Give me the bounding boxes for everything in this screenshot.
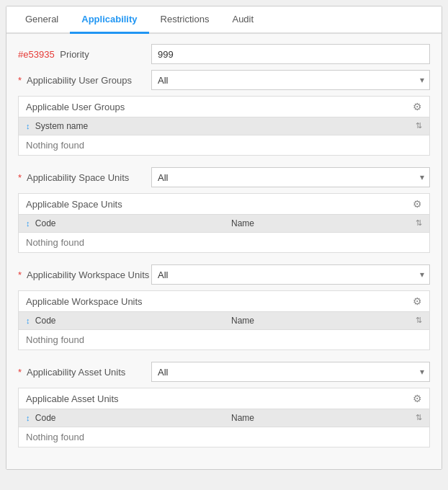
au-required-star: * — [18, 367, 22, 378]
space-units-col-name[interactable]: Name ⇅ — [224, 215, 429, 233]
space-units-sort-icon: ↕ — [26, 219, 30, 228]
asset-units-table: ↕ Code Name ⇅ Nothing found — [19, 409, 429, 447]
user-groups-section: * Applicability User Groups All ▾ Applic… — [18, 70, 430, 156]
asset-units-col-code[interactable]: ↕ Code — [19, 409, 224, 427]
asset-units-gear-icon[interactable]: ⚙ — [413, 393, 422, 404]
ug-required-star: * — [18, 75, 22, 86]
space-units-select-label: * Applicability Space Units — [18, 172, 151, 183]
main-container: General Applicability Restrictions Audit… — [6, 6, 442, 470]
asset-units-empty-row: Nothing found — [19, 427, 429, 447]
space-units-gear-icon[interactable]: ⚙ — [413, 198, 422, 210]
priority-row: #e53935 Priority — [18, 44, 430, 64]
workspace-units-table-head-row: ↕ Code Name ⇅ — [19, 312, 429, 330]
asset-units-table-label: Applicable Asset Units — [26, 393, 413, 404]
user-groups-table: ↕ System name ⇅ Nothing found — [19, 117, 429, 155]
workspace-units-empty-row: Nothing found — [19, 330, 429, 350]
workspace-units-section: * Applicability Workspace Units All ▾ Ap… — [18, 264, 430, 350]
user-groups-table-head-row: ↕ System name ⇅ — [19, 117, 429, 135]
tab-general[interactable]: General — [14, 6, 70, 34]
user-groups-select-row: * Applicability User Groups All ▾ — [18, 70, 430, 90]
user-groups-select-label: * Applicability User Groups — [18, 75, 151, 86]
user-groups-table-label: Applicable User Groups — [26, 102, 413, 112]
asset-units-table-block: Applicable Asset Units ⚙ ↕ Code Name ⇅ — [18, 388, 430, 447]
workspace-units-sort-icon: ↕ — [26, 316, 30, 325]
tab-content: #e53935 Priority * Applicability User Gr… — [6, 34, 442, 469]
space-units-section: * Applicability Space Units All ▾ Applic… — [18, 167, 430, 253]
space-units-table-head-row: ↕ Code Name ⇅ — [19, 215, 429, 233]
space-units-select[interactable]: All — [151, 167, 430, 187]
user-groups-gear-icon[interactable]: ⚙ — [413, 101, 422, 112]
workspace-units-col-name[interactable]: Name ⇅ — [224, 312, 429, 330]
asset-units-table-header-row: Applicable Asset Units ⚙ — [19, 388, 429, 409]
wu-required-star: * — [18, 270, 22, 280]
user-groups-sort-right-icon: ⇅ — [416, 121, 422, 130]
user-groups-sort-icon: ↕ — [26, 122, 30, 130]
user-groups-select[interactable]: All — [151, 70, 430, 90]
workspace-units-select-row: * Applicability Workspace Units All ▾ — [18, 264, 430, 285]
workspace-units-gear-icon[interactable]: ⚙ — [413, 295, 422, 307]
space-units-table: ↕ Code Name ⇅ Nothing found — [19, 215, 429, 252]
space-units-table-block: Applicable Space Units ⚙ ↕ Code Name ⇅ — [18, 193, 430, 253]
asset-units-select-row: * Applicability Asset Units All ▾ — [18, 362, 430, 382]
asset-units-col-name[interactable]: Name ⇅ — [224, 409, 429, 427]
space-units-select-row: * Applicability Space Units All ▾ — [18, 167, 430, 187]
space-units-col-code[interactable]: ↕ Code — [19, 215, 224, 233]
priority-input[interactable] — [151, 44, 430, 64]
user-groups-select-wrapper: All ▾ — [151, 70, 430, 90]
workspace-units-select-label: * Applicability Workspace Units — [18, 270, 151, 280]
priority-required-star: #e53935 — [18, 49, 55, 60]
tabs-bar: General Applicability Restrictions Audit — [6, 6, 442, 34]
tab-restrictions[interactable]: Restrictions — [149, 6, 221, 34]
workspace-units-table-block: Applicable Workspace Units ⚙ ↕ Code Name — [18, 290, 430, 350]
space-units-empty-row: Nothing found — [19, 233, 429, 253]
asset-units-select-label: * Applicability Asset Units — [18, 367, 151, 378]
user-groups-col-systemname[interactable]: ↕ System name ⇅ — [19, 117, 429, 135]
asset-units-section: * Applicability Asset Units All ▾ Applic… — [18, 362, 430, 447]
space-units-nothing-found: Nothing found — [19, 233, 429, 253]
workspace-units-table-label: Applicable Workspace Units — [26, 296, 413, 307]
asset-units-select[interactable]: All — [151, 362, 430, 382]
workspace-units-select-wrapper: All ▾ — [151, 264, 430, 285]
space-units-select-wrapper: All ▾ — [151, 167, 430, 187]
workspace-units-col-code[interactable]: ↕ Code — [19, 312, 224, 330]
asset-units-sort-right-icon: ⇅ — [416, 413, 422, 422]
user-groups-nothing-found: Nothing found — [19, 135, 429, 156]
asset-units-table-head-row: ↕ Code Name ⇅ — [19, 409, 429, 427]
workspace-units-select[interactable]: All — [151, 264, 430, 285]
tab-applicability[interactable]: Applicability — [70, 6, 148, 34]
space-units-table-header-row: Applicable Space Units ⚙ — [19, 194, 429, 215]
priority-label: #e53935 Priority — [18, 49, 151, 60]
workspace-units-nothing-found: Nothing found — [19, 330, 429, 350]
space-units-sort-right-icon: ⇅ — [416, 218, 422, 228]
space-units-table-label: Applicable Space Units — [26, 199, 413, 210]
user-groups-table-block: Applicable User Groups ⚙ ↕ System name ⇅ — [18, 96, 430, 156]
tab-audit[interactable]: Audit — [220, 6, 265, 34]
user-groups-table-header-row: Applicable User Groups ⚙ — [19, 97, 429, 117]
asset-units-sort-icon: ↕ — [26, 414, 30, 422]
user-groups-empty-row: Nothing found — [19, 135, 429, 156]
workspace-units-table-header-row: Applicable Workspace Units ⚙ — [19, 291, 429, 312]
asset-units-nothing-found: Nothing found — [19, 427, 429, 447]
workspace-units-sort-right-icon: ⇅ — [416, 316, 422, 325]
su-required-star: * — [18, 172, 22, 183]
workspace-units-table: ↕ Code Name ⇅ Nothing found — [19, 312, 429, 349]
asset-units-select-wrapper: All ▾ — [151, 362, 430, 382]
